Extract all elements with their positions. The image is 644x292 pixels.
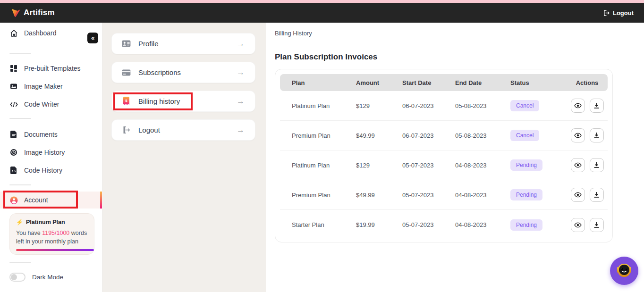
view-invoice-button[interactable] xyxy=(571,158,585,172)
status-badge: Pending xyxy=(510,189,542,200)
chatbot-button[interactable] xyxy=(610,257,638,285)
view-invoice-button[interactable] xyxy=(571,188,585,202)
brand-name: Artifism xyxy=(24,8,55,17)
cell-actions xyxy=(566,128,609,142)
cell-plan: Platinum Plan xyxy=(280,102,356,109)
cell-plan: Starter Plan xyxy=(280,221,356,228)
cell-status: Pending xyxy=(510,189,566,200)
status-badge: Pending xyxy=(510,159,542,171)
brand-logo[interactable]: Artifism xyxy=(10,7,55,19)
download-invoice-button[interactable] xyxy=(590,99,604,113)
toggle-knob xyxy=(11,274,17,280)
home-icon xyxy=(9,29,18,37)
sidebar-item-label: Documents xyxy=(24,131,58,138)
divider xyxy=(9,118,31,119)
cell-actions xyxy=(566,218,609,232)
arrow-right-icon: → xyxy=(237,68,245,77)
svg-text:$: $ xyxy=(125,99,127,103)
history-clock-icon xyxy=(9,148,18,157)
sidebar-item-account[interactable]: Account xyxy=(9,194,48,206)
view-invoice-button[interactable] xyxy=(571,128,585,142)
cell-end-date: 05-08-2023 xyxy=(455,102,510,109)
download-invoice-button[interactable] xyxy=(590,188,604,202)
account-menu-panel: Profile → Subscriptions → $ Billing hist… xyxy=(102,23,266,292)
download-icon xyxy=(593,132,600,139)
cell-end-date: 04-08-2023 xyxy=(455,192,510,199)
download-invoice-button[interactable] xyxy=(590,158,604,172)
cell-actions xyxy=(566,188,609,202)
menu-item-profile[interactable]: Profile → xyxy=(111,33,255,54)
view-invoice-button[interactable] xyxy=(571,99,585,113)
menu-item-logout[interactable]: Logout → xyxy=(111,119,255,141)
dark-mode-toggle[interactable] xyxy=(9,273,25,282)
sidebar-item-label: Code Writer xyxy=(24,100,59,108)
cell-end-date: 04-08-2023 xyxy=(455,221,510,228)
usage-value: 1195/1000 xyxy=(42,230,69,236)
cell-end-date: 04-08-2023 xyxy=(455,162,510,169)
topbar-logout-label: Logout xyxy=(613,9,634,17)
collapse-sidebar-button[interactable]: « xyxy=(87,33,98,43)
cell-actions xyxy=(566,158,609,172)
table-row: Starter Plan $19.99 05-07-2023 04-08-202… xyxy=(280,210,608,240)
download-invoice-button[interactable] xyxy=(590,218,604,232)
arrow-right-icon: → xyxy=(237,39,245,49)
cell-plan: Premium Plan xyxy=(280,132,356,139)
credit-card-icon xyxy=(121,68,131,77)
table-header-row: PlanAmountStart DateEnd DateStatusAction… xyxy=(280,74,608,91)
page-title: Plan Subscription Invoices xyxy=(275,52,377,62)
cell-actions xyxy=(566,99,609,113)
invoices-table: PlanAmountStart DateEnd DateStatusAction… xyxy=(275,69,613,242)
sidebar-item-code-history[interactable]: Code History xyxy=(9,165,62,176)
sidebar-item-prebuilt-templates[interactable]: Pre-built Templates xyxy=(9,63,81,74)
sidebar-item-image-maker[interactable]: Image Maker xyxy=(9,81,63,92)
arrow-right-icon: → xyxy=(237,97,245,106)
column-header: Start Date xyxy=(402,79,455,86)
sidebar-item-label: Dashboard xyxy=(24,29,57,37)
sidebar-item-dashboard[interactable]: Dashboard xyxy=(9,27,57,39)
sidebar-item-code-writer[interactable]: Code Writer xyxy=(9,99,59,110)
document-icon xyxy=(9,130,18,139)
dark-mode-control: Dark Mode xyxy=(9,273,63,282)
main-content: Billing History Plan Subscription Invoic… xyxy=(266,23,644,292)
table-row: Premium Plan $49.99 06-07-2023 05-08-202… xyxy=(280,121,608,150)
cell-start-date: 05-07-2023 xyxy=(402,192,455,199)
templates-grid-icon xyxy=(9,64,18,73)
chevrons-left-icon: « xyxy=(91,34,94,42)
breadcrumb: Billing History xyxy=(275,30,312,37)
divider xyxy=(9,262,31,263)
column-header: Actions xyxy=(566,79,609,86)
logout-door-icon xyxy=(121,125,131,135)
image-icon xyxy=(9,82,18,91)
topbar-logout-button[interactable]: Logout xyxy=(602,9,634,17)
sidebar-item-documents[interactable]: Documents xyxy=(9,129,58,140)
cell-amount: $49.99 xyxy=(356,132,402,139)
menu-item-label: Billing history xyxy=(138,97,180,105)
eye-icon xyxy=(574,133,582,138)
cell-status: Cancel xyxy=(510,130,566,141)
cell-plan: Platinum Plan xyxy=(280,162,356,169)
code-file-icon xyxy=(9,166,18,175)
table-row: Platinum Plan $129 06-07-2023 05-08-2023… xyxy=(280,91,608,121)
download-icon xyxy=(593,222,600,228)
status-badge: Pending xyxy=(510,219,542,231)
lightning-icon: ⚡ xyxy=(16,219,23,225)
table-row: Platinum Plan $129 05-07-2023 04-08-2023… xyxy=(280,150,608,180)
cell-plan: Premium Plan xyxy=(280,192,356,199)
menu-item-subscriptions[interactable]: Subscriptions → xyxy=(111,62,255,83)
sidebar-item-image-history[interactable]: Image History xyxy=(9,147,65,158)
download-icon xyxy=(593,192,600,198)
download-invoice-button[interactable] xyxy=(590,128,604,142)
sidebar-item-label: Pre-built Templates xyxy=(24,65,81,72)
column-header: Status xyxy=(510,79,566,86)
download-icon xyxy=(593,102,600,109)
column-header: Amount xyxy=(356,79,402,86)
cell-start-date: 05-07-2023 xyxy=(402,162,455,169)
id-card-icon xyxy=(121,39,131,49)
usage-progress-bar xyxy=(16,249,94,251)
column-header: End Date xyxy=(455,79,510,86)
menu-item-billing-history[interactable]: $ Billing history → xyxy=(111,91,255,112)
sidebar-item-label: Image History xyxy=(24,149,65,156)
logout-icon xyxy=(602,9,610,17)
cell-amount: $19.99 xyxy=(356,221,402,228)
view-invoice-button[interactable] xyxy=(571,218,585,232)
